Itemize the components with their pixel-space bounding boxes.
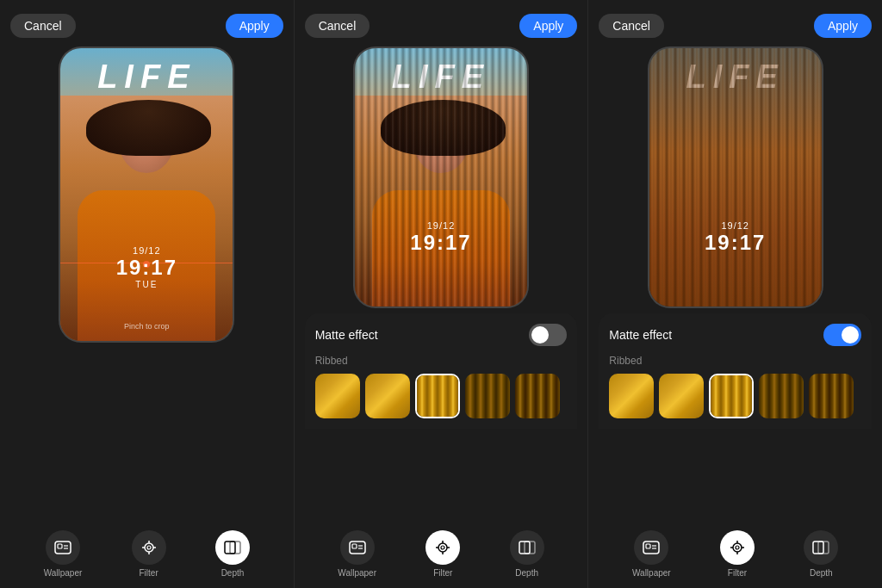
thumb-inner-2-2 — [365, 374, 410, 418]
thumb-2-3[interactable] — [415, 374, 460, 418]
phone-mockup-3: LIFE 19/12 19:17 — [649, 48, 822, 306]
tool-filter-3[interactable]: Filter — [720, 530, 755, 578]
tool-depth-label-3: Depth — [810, 568, 833, 578]
bottom-toolbar-3: Wallpaper Filter — [599, 530, 872, 578]
tool-wallpaper-label-2: Wallpaper — [338, 568, 376, 578]
thumb-3-5[interactable] — [809, 374, 854, 418]
thumb-inner-2-4 — [465, 374, 510, 418]
clock-date-3: 19/12 — [649, 220, 822, 231]
matte-label-2: Matte effect — [315, 328, 378, 342]
thumb-inner-3-3 — [711, 375, 752, 417]
effects-panel-2: Matte effect Ribbed — [305, 313, 578, 429]
clock-date-1: 19/12 — [60, 245, 233, 256]
thumb-inner-3-2 — [659, 374, 704, 418]
thumb-inner-2-1 — [315, 374, 360, 418]
section-label-2: Ribbed — [315, 355, 568, 367]
thumbnails-row-3 — [609, 374, 861, 418]
wallpaper-icon-2 — [340, 530, 375, 565]
thumbnails-row-2 — [315, 374, 568, 418]
thumb-inner-3-1 — [609, 374, 654, 418]
matte-toggle-3[interactable] — [823, 324, 861, 346]
life-title-2: LIFE — [355, 59, 527, 96]
clock-time-3: 19:17 — [649, 231, 822, 255]
bottom-toolbar-1: Wallpaper Filter — [10, 530, 283, 578]
depth-icon-2 — [510, 530, 544, 565]
phone-background-2: LIFE 19/12 19:17 — [355, 48, 527, 306]
thumb-2-5[interactable] — [515, 374, 560, 418]
thumb-inner-3-5 — [809, 374, 854, 418]
clock-time-1: 19:17 — [60, 256, 233, 280]
phone-background-3: LIFE 19/12 19:17 — [649, 48, 822, 306]
top-bar-3: Cancel Apply — [599, 14, 872, 38]
thumb-3-3[interactable] — [709, 374, 754, 418]
cancel-button-2[interactable]: Cancel — [305, 14, 370, 38]
depth-icon-1 — [215, 530, 250, 565]
tool-depth-label-2: Depth — [515, 568, 538, 578]
wallpaper-icon-3 — [634, 530, 668, 565]
tool-depth-2[interactable]: Depth — [510, 530, 544, 578]
phone-mockup-2: LIFE 19/12 19:17 — [355, 48, 527, 306]
tool-wallpaper-1[interactable]: Wallpaper — [44, 530, 83, 578]
effects-panel-3: Matte effect Ribbed — [599, 313, 872, 429]
phone-screen-2: LIFE 19/12 19:17 — [355, 48, 527, 306]
thumb-2-1[interactable] — [315, 374, 360, 418]
thumb-3-1[interactable] — [609, 374, 654, 418]
apply-button-3[interactable]: Apply — [814, 14, 872, 38]
thumb-2-2[interactable] — [365, 374, 410, 418]
tool-depth-label-1: Depth — [221, 568, 245, 578]
panel-2: Cancel Apply LIFE 19/12 19:17 — [295, 0, 589, 588]
matte-toggle-2[interactable] — [529, 324, 567, 346]
clock-overlay-1: 19/12 19:17 TUE — [60, 245, 233, 289]
matte-label-3: Matte effect — [609, 328, 672, 342]
svg-point-29 — [736, 546, 739, 549]
thumb-2-4[interactable] — [465, 374, 510, 418]
svg-point-4 — [145, 543, 153, 552]
thumb-3-4[interactable] — [759, 374, 804, 418]
top-bar-1: Cancel Apply — [10, 14, 283, 38]
section-label-3: Ribbed — [609, 355, 861, 367]
apply-button-2[interactable]: Apply — [519, 14, 577, 38]
apply-button-1[interactable]: Apply — [226, 14, 283, 38]
toggle-knob-2 — [531, 326, 549, 344]
clock-overlay-2: 19/12 19:17 — [355, 220, 527, 255]
cancel-button-1[interactable]: Cancel — [10, 14, 76, 38]
tool-filter-label-1: Filter — [140, 568, 158, 578]
thumb-inner-3-4 — [759, 374, 804, 418]
tool-wallpaper-label-1: Wallpaper — [44, 568, 83, 578]
tool-filter-1[interactable]: Filter — [132, 530, 166, 578]
tool-wallpaper-label-3: Wallpaper — [632, 568, 671, 578]
svg-rect-1 — [58, 544, 62, 548]
filter-icon-1 — [132, 530, 166, 565]
clock-date-2: 19/12 — [355, 220, 527, 231]
svg-point-17 — [441, 546, 444, 549]
cancel-button-3[interactable]: Cancel — [599, 14, 664, 38]
filter-icon-2 — [425, 530, 460, 565]
panel-3: Cancel Apply LIFE 19/12 19:17 Matte effe… — [588, 0, 882, 588]
svg-point-16 — [438, 543, 447, 552]
tool-filter-2[interactable]: Filter — [425, 530, 460, 578]
thumb-3-2[interactable] — [659, 374, 704, 418]
svg-point-5 — [147, 546, 151, 549]
phone-screen-1: LIFE 19/12 19:17 — [60, 48, 233, 341]
filter-icon-3 — [720, 530, 755, 565]
svg-rect-13 — [352, 544, 357, 548]
tool-filter-label-3: Filter — [728, 568, 747, 578]
life-title-3: LIFE — [649, 59, 822, 96]
top-bar-2: Cancel Apply — [305, 14, 578, 38]
phone-screen-3: LIFE 19/12 19:17 — [649, 48, 822, 306]
panels-container: Cancel Apply LIFE — [0, 0, 882, 588]
thumb-inner-2-3 — [417, 375, 458, 417]
phone-mockup-1: LIFE 19/12 19:17 — [60, 48, 233, 341]
depth-icon-3 — [804, 530, 838, 565]
phone-background-1: LIFE 19/12 19:17 — [60, 48, 233, 341]
thumb-inner-2-5 — [515, 374, 560, 418]
tool-wallpaper-3[interactable]: Wallpaper — [632, 530, 671, 578]
clock-time-2: 19:17 — [355, 231, 527, 255]
tool-depth-1[interactable]: Depth — [215, 530, 250, 578]
pinch-to-crop-label: Pinch to crop — [60, 322, 233, 331]
tool-wallpaper-2[interactable]: Wallpaper — [338, 530, 376, 578]
bottom-toolbar-2: Wallpaper Filter — [305, 530, 578, 578]
tool-depth-3[interactable]: Depth — [804, 530, 838, 578]
clock-day-1: TUE — [60, 280, 233, 289]
matte-row-2: Matte effect — [315, 324, 568, 346]
